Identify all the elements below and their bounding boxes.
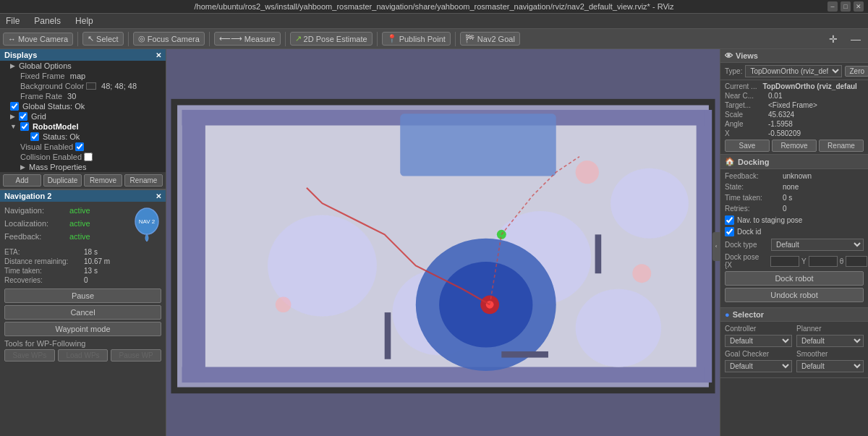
duplicate-display-button[interactable]: Duplicate [43, 174, 82, 187]
tree-mass-properties[interactable]: ▶ Mass Properties [0, 162, 166, 172]
controller-planner-dropdowns: Default Default [725, 335, 864, 347]
map-svg [166, 49, 720, 436]
rename-display-button[interactable]: Rename [124, 174, 163, 187]
nav2-goal-tool[interactable]: 🏁 Nav2 Goal [460, 32, 520, 46]
frame-rate-key: Frame Rate [20, 92, 62, 101]
cancel-button[interactable]: Cancel [4, 305, 161, 320]
select-label: Select [96, 35, 119, 43]
tools-label: Tools for WP-Following [4, 339, 161, 348]
recoveries-val: 0 [84, 276, 88, 284]
left-panel: Displays ✕ ▶ Global Options Fixed Frame … [0, 49, 166, 436]
dock-type-dropdown[interactable]: Default [771, 239, 864, 251]
views-zero-button[interactable]: Zero [845, 66, 868, 77]
svg-point-20 [576, 161, 599, 184]
publish-point-tool[interactable]: 📍 Publish Point [382, 32, 451, 46]
publish-point-label: Publish Point [399, 35, 446, 43]
visual-enabled-checkbox[interactable] [75, 142, 84, 151]
maximize-button[interactable]: □ [841, 1, 851, 12]
move-camera-tool[interactable]: ↔ Move Camera [3, 33, 73, 46]
tree-grid[interactable]: ▶ Grid [0, 111, 166, 121]
feedback-status-row: Feedback: active [4, 232, 128, 241]
extra-tool-1[interactable]: ✛ [825, 32, 842, 46]
dock-id-label: Dock id [737, 228, 761, 236]
navigation-header: Navigation 2 ✕ [0, 190, 166, 202]
views-type-dropdown[interactable]: TopDownOrtho (rviz_def [745, 65, 842, 77]
robot-model-checkbox[interactable] [20, 122, 29, 131]
docking-content: Feedback: unknown State: none Time taken… [720, 169, 868, 308]
tree-background-color: Background Color 48; 48; 48 [0, 81, 166, 91]
dock-retries-val: 0 [783, 205, 787, 213]
undock-robot-button[interactable]: Undock robot [725, 288, 864, 302]
menu-file[interactable]: File [3, 15, 22, 27]
rename-view-button[interactable]: Rename [819, 140, 864, 152]
dock-pose-theta-label: θ [840, 257, 844, 265]
displays-header: Displays ✕ [0, 49, 166, 61]
grid-arrow: ▶ [10, 113, 15, 120]
dock-pose-x-input[interactable] [770, 256, 799, 267]
measure-tool[interactable]: ⟵⟶ Measure [214, 32, 281, 46]
views-icon: 👁 [725, 51, 733, 60]
dock-pose-theta-input[interactable] [846, 256, 867, 267]
displays-close-button[interactable]: ✕ [156, 51, 161, 59]
pose-estimate-tool[interactable]: ↗ 2D Pose Estimate [290, 32, 373, 46]
display-buttons-row: Add Duplicate Remove Rename [0, 172, 166, 189]
menu-panels[interactable]: Panels [31, 15, 64, 27]
near-clip-val: 0.01 [768, 92, 782, 100]
menu-bar: File Panels Help [0, 14, 868, 29]
tree-robot-model[interactable]: ▼ RobotModel [0, 121, 166, 132]
recoveries-key: Recoveries: [4, 276, 84, 284]
robot-status-checkbox[interactable] [30, 132, 39, 141]
save-wps-button[interactable]: Save WPs [4, 349, 55, 362]
goal-checker-label: Goal Checker [725, 350, 792, 358]
collision-enabled-checkbox[interactable] [84, 153, 93, 161]
feedback-label: Feedback: [4, 232, 69, 241]
tree-global-options[interactable]: ▶ Global Options [0, 61, 166, 71]
localization-status: active [69, 219, 90, 228]
close-button[interactable]: ✕ [854, 1, 864, 12]
menu-help[interactable]: Help [72, 15, 96, 27]
remove-view-button[interactable]: Remove [772, 140, 817, 152]
target-val: <Fixed Frame> [768, 101, 817, 109]
add-display-button[interactable]: Add [3, 174, 41, 187]
focus-camera-tool[interactable]: ◎ Focus Camera [133, 32, 205, 46]
time-taken-row: Time taken: 13 s [4, 267, 161, 275]
waypoint-mode-button[interactable]: Waypoint mode [4, 322, 161, 336]
smoother-dropdown[interactable]: Default [796, 360, 864, 372]
pause-button[interactable]: Pause [4, 288, 161, 303]
nav-to-staging-checkbox[interactable] [725, 215, 734, 225]
controller-dropdown[interactable]: Default [725, 335, 792, 347]
dock-pose-row: Dock pose {X Y θ } [725, 253, 864, 269]
dock-pose-y-input[interactable] [809, 256, 838, 267]
window-title: /home/ubuntu/ros2_ws/install/yahboom_ros… [194, 2, 673, 11]
global-status-checkbox[interactable] [10, 102, 19, 111]
goal-checker-dropdown[interactable]: Default [725, 360, 792, 372]
measure-label: Measure [244, 35, 276, 43]
bg-color-swatch[interactable] [86, 82, 96, 90]
select-tool[interactable]: ↖ Select [82, 32, 124, 46]
right-panel-collapse[interactable]: ‹ [712, 232, 720, 261]
svg-rect-23 [385, 312, 391, 359]
minimize-button[interactable]: – [827, 1, 838, 12]
grid-checkbox[interactable] [19, 112, 27, 121]
svg-rect-25 [595, 234, 602, 273]
navigation-close-button[interactable]: ✕ [156, 192, 161, 200]
scale-val: 45.6324 [768, 111, 794, 119]
planner-dropdown[interactable]: Default [796, 335, 864, 347]
eta-row: ETA: 18 s [4, 248, 161, 256]
toolbar-sep-3 [209, 32, 210, 46]
distance-val: 10.67 m [84, 257, 110, 265]
dock-robot-button[interactable]: Dock robot [725, 271, 864, 286]
remove-display-button[interactable]: Remove [84, 174, 122, 187]
load-wps-button[interactable]: Load WPs [58, 349, 109, 362]
localization-label: Localization: [4, 219, 69, 228]
tree-frame-rate: Frame Rate 30 [0, 91, 166, 101]
dock-id-checkbox[interactable] [725, 227, 734, 236]
distance-key: Distance remaining: [4, 257, 84, 265]
save-view-button[interactable]: Save [725, 140, 770, 152]
navigation-title: Navigation 2 [4, 192, 51, 200]
extra-tool-2[interactable]: — [846, 32, 865, 46]
pause-wp-button[interactable]: Pause WP [111, 349, 161, 362]
selector-section: ● Selector Controller Planner Default De… [720, 308, 868, 378]
bg-color-key: Background Color [20, 82, 84, 90]
displays-title: Displays [4, 51, 37, 59]
